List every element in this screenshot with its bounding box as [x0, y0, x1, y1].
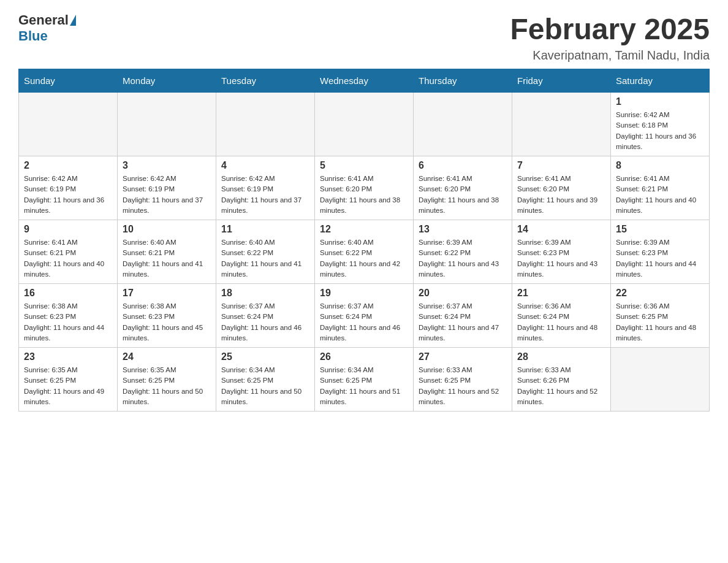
day-info: Sunrise: 6:36 AM Sunset: 6:25 PM Dayligh…	[616, 301, 704, 343]
week-row-4: 16Sunrise: 6:38 AM Sunset: 6:23 PM Dayli…	[19, 284, 710, 348]
day-number: 28	[517, 351, 605, 362]
day-number: 27	[419, 351, 507, 362]
day-number: 16	[24, 288, 112, 299]
day-number: 26	[320, 351, 408, 362]
calendar-cell: 1Sunrise: 6:42 AM Sunset: 6:18 PM Daylig…	[611, 93, 710, 156]
calendar-cell: 21Sunrise: 6:36 AM Sunset: 6:24 PM Dayli…	[512, 284, 611, 348]
day-number: 23	[24, 351, 112, 362]
day-header-thursday: Thursday	[414, 69, 512, 93]
calendar-cell: 15Sunrise: 6:39 AM Sunset: 6:23 PM Dayli…	[611, 220, 710, 284]
day-info: Sunrise: 6:37 AM Sunset: 6:24 PM Dayligh…	[320, 301, 408, 343]
day-number: 18	[221, 288, 309, 299]
day-number: 1	[616, 96, 704, 107]
logo-general: General	[18, 12, 77, 28]
day-number: 19	[320, 288, 408, 299]
calendar-cell	[512, 93, 611, 156]
day-info: Sunrise: 6:42 AM Sunset: 6:19 PM Dayligh…	[123, 174, 211, 216]
calendar-cell: 26Sunrise: 6:34 AM Sunset: 6:25 PM Dayli…	[315, 348, 414, 412]
calendar-cell: 13Sunrise: 6:39 AM Sunset: 6:22 PM Dayli…	[414, 220, 512, 284]
calendar-cell: 9Sunrise: 6:41 AM Sunset: 6:21 PM Daylig…	[19, 220, 118, 284]
calendar-body: 1Sunrise: 6:42 AM Sunset: 6:18 PM Daylig…	[19, 93, 710, 412]
calendar-cell: 22Sunrise: 6:36 AM Sunset: 6:25 PM Dayli…	[611, 284, 710, 348]
day-number: 17	[123, 288, 211, 299]
day-info: Sunrise: 6:42 AM Sunset: 6:18 PM Dayligh…	[616, 110, 704, 152]
calendar-cell: 8Sunrise: 6:41 AM Sunset: 6:21 PM Daylig…	[611, 156, 710, 220]
calendar-cell: 23Sunrise: 6:35 AM Sunset: 6:25 PM Dayli…	[19, 348, 118, 412]
calendar-cell	[216, 93, 315, 156]
day-number: 25	[221, 351, 309, 362]
calendar-cell	[315, 93, 414, 156]
day-header-friday: Friday	[512, 69, 611, 93]
day-number: 20	[419, 288, 507, 299]
calendar-header: SundayMondayTuesdayWednesdayThursdayFrid…	[19, 69, 710, 93]
day-header-saturday: Saturday	[611, 69, 710, 93]
calendar-cell: 14Sunrise: 6:39 AM Sunset: 6:23 PM Dayli…	[512, 220, 611, 284]
day-info: Sunrise: 6:42 AM Sunset: 6:19 PM Dayligh…	[221, 174, 309, 216]
day-number: 14	[517, 224, 605, 235]
day-info: Sunrise: 6:40 AM Sunset: 6:22 PM Dayligh…	[221, 237, 309, 280]
calendar-cell: 11Sunrise: 6:40 AM Sunset: 6:22 PM Dayli…	[216, 220, 315, 284]
calendar-cell: 5Sunrise: 6:41 AM Sunset: 6:20 PM Daylig…	[315, 156, 414, 220]
day-info: Sunrise: 6:34 AM Sunset: 6:25 PM Dayligh…	[320, 365, 408, 407]
day-number: 22	[616, 288, 704, 299]
day-number: 21	[517, 288, 605, 299]
calendar-cell: 17Sunrise: 6:38 AM Sunset: 6:23 PM Dayli…	[118, 284, 216, 348]
calendar-cell: 25Sunrise: 6:34 AM Sunset: 6:25 PM Dayli…	[216, 348, 315, 412]
day-info: Sunrise: 6:36 AM Sunset: 6:24 PM Dayligh…	[517, 301, 605, 343]
day-number: 10	[123, 224, 211, 235]
calendar-cell: 7Sunrise: 6:41 AM Sunset: 6:20 PM Daylig…	[512, 156, 611, 220]
week-row-2: 2Sunrise: 6:42 AM Sunset: 6:19 PM Daylig…	[19, 156, 710, 220]
calendar-cell: 16Sunrise: 6:38 AM Sunset: 6:23 PM Dayli…	[19, 284, 118, 348]
day-info: Sunrise: 6:38 AM Sunset: 6:23 PM Dayligh…	[123, 301, 211, 343]
day-number: 15	[616, 224, 704, 235]
week-row-5: 23Sunrise: 6:35 AM Sunset: 6:25 PM Dayli…	[19, 348, 710, 412]
day-info: Sunrise: 6:41 AM Sunset: 6:20 PM Dayligh…	[320, 174, 408, 216]
day-number: 7	[517, 160, 605, 171]
calendar-cell	[19, 93, 118, 156]
day-info: Sunrise: 6:34 AM Sunset: 6:25 PM Dayligh…	[221, 365, 309, 407]
calendar-cell: 27Sunrise: 6:33 AM Sunset: 6:25 PM Dayli…	[414, 348, 512, 412]
day-info: Sunrise: 6:41 AM Sunset: 6:21 PM Dayligh…	[616, 174, 704, 216]
calendar-cell: 4Sunrise: 6:42 AM Sunset: 6:19 PM Daylig…	[216, 156, 315, 220]
day-info: Sunrise: 6:40 AM Sunset: 6:22 PM Dayligh…	[320, 237, 408, 280]
day-info: Sunrise: 6:33 AM Sunset: 6:25 PM Dayligh…	[419, 365, 507, 407]
day-number: 8	[616, 160, 704, 171]
calendar-cell: 12Sunrise: 6:40 AM Sunset: 6:22 PM Dayli…	[315, 220, 414, 284]
logo-blue-text: Blue	[18, 28, 48, 44]
day-info: Sunrise: 6:35 AM Sunset: 6:25 PM Dayligh…	[24, 365, 112, 407]
day-number: 2	[24, 160, 112, 171]
day-info: Sunrise: 6:41 AM Sunset: 6:21 PM Dayligh…	[24, 237, 112, 280]
day-info: Sunrise: 6:39 AM Sunset: 6:22 PM Dayligh…	[419, 237, 507, 280]
day-info: Sunrise: 6:38 AM Sunset: 6:23 PM Dayligh…	[24, 301, 112, 343]
day-info: Sunrise: 6:41 AM Sunset: 6:20 PM Dayligh…	[517, 174, 605, 216]
calendar-cell	[611, 348, 710, 412]
calendar-cell	[414, 93, 512, 156]
calendar-cell: 3Sunrise: 6:42 AM Sunset: 6:19 PM Daylig…	[118, 156, 216, 220]
week-row-1: 1Sunrise: 6:42 AM Sunset: 6:18 PM Daylig…	[19, 93, 710, 156]
day-info: Sunrise: 6:42 AM Sunset: 6:19 PM Dayligh…	[24, 174, 112, 216]
day-info: Sunrise: 6:37 AM Sunset: 6:24 PM Dayligh…	[419, 301, 507, 343]
calendar-title: February 2025	[510, 12, 710, 46]
day-number: 5	[320, 160, 408, 171]
day-info: Sunrise: 6:41 AM Sunset: 6:20 PM Dayligh…	[419, 174, 507, 216]
calendar-subtitle: Kaveripatnam, Tamil Nadu, India	[510, 48, 710, 63]
calendar-cell	[118, 93, 216, 156]
day-number: 13	[419, 224, 507, 235]
day-header-tuesday: Tuesday	[216, 69, 315, 93]
calendar-table: SundayMondayTuesdayWednesdayThursdayFrid…	[18, 69, 710, 412]
calendar-cell: 19Sunrise: 6:37 AM Sunset: 6:24 PM Dayli…	[315, 284, 414, 348]
day-number: 3	[123, 160, 211, 171]
calendar-cell: 10Sunrise: 6:40 AM Sunset: 6:21 PM Dayli…	[118, 220, 216, 284]
day-info: Sunrise: 6:33 AM Sunset: 6:26 PM Dayligh…	[517, 365, 605, 407]
calendar-cell: 6Sunrise: 6:41 AM Sunset: 6:20 PM Daylig…	[414, 156, 512, 220]
day-number: 11	[221, 224, 309, 235]
calendar-cell: 20Sunrise: 6:37 AM Sunset: 6:24 PM Dayli…	[414, 284, 512, 348]
title-section: February 2025 Kaveripatnam, Tamil Nadu, …	[510, 12, 710, 63]
day-header-wednesday: Wednesday	[315, 69, 414, 93]
page-header: General Blue February 2025 Kaveripatnam,…	[18, 12, 710, 63]
calendar-cell: 2Sunrise: 6:42 AM Sunset: 6:19 PM Daylig…	[19, 156, 118, 220]
day-info: Sunrise: 6:40 AM Sunset: 6:21 PM Dayligh…	[123, 237, 211, 280]
logo-general-text: General	[18, 12, 69, 28]
logo-triangle-icon	[70, 15, 76, 26]
day-number: 12	[320, 224, 408, 235]
